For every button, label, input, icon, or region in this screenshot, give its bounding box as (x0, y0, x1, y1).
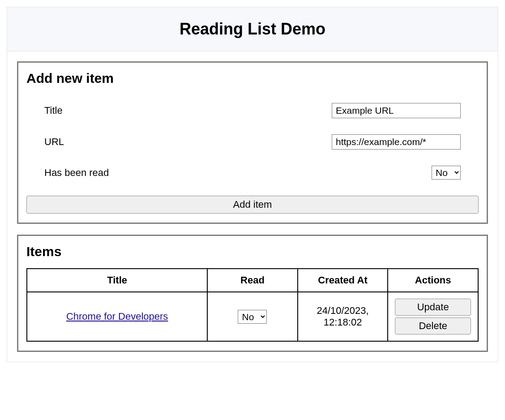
read-select[interactable]: NoYes (432, 166, 461, 180)
cell-title: Chrome for Developers (27, 292, 207, 341)
title-input[interactable] (332, 103, 461, 118)
cell-actions: Update Delete (388, 292, 478, 341)
col-header-title: Title (27, 269, 207, 292)
col-header-actions: Actions (388, 269, 478, 292)
add-item-heading: Add new item (26, 71, 479, 86)
app-header: Reading List Demo (7, 7, 498, 51)
row-read-select[interactable]: NoYes (238, 310, 267, 324)
cell-created: 24/10/2023, 12:18:02 (298, 292, 388, 341)
app-container: Reading List Demo Add new item Title URL… (7, 7, 498, 362)
content: Add new item Title URL Has been read NoY… (7, 51, 498, 362)
col-header-created: Created At (298, 269, 388, 292)
update-button[interactable]: Update (395, 299, 471, 316)
cell-read: NoYes (207, 292, 298, 341)
title-row: Title (26, 95, 479, 126)
url-row: URL (26, 126, 479, 158)
url-input[interactable] (332, 134, 461, 150)
page-title: Reading List Demo (16, 20, 489, 39)
items-heading: Items (26, 244, 479, 259)
title-label: Title (44, 105, 63, 116)
read-row: Has been read NoYes (26, 158, 479, 188)
table-row: Chrome for Developers NoYes 24/10/2023, … (27, 292, 478, 341)
col-header-read: Read (207, 269, 298, 292)
items-panel: Items Title Read Created At Actions Chro… (17, 235, 488, 352)
add-item-panel: Add new item Title URL Has been read NoY… (17, 61, 488, 224)
items-table: Title Read Created At Actions Chrome for… (26, 268, 479, 342)
read-label: Has been read (44, 167, 109, 179)
delete-button[interactable]: Delete (395, 317, 471, 334)
add-item-button[interactable]: Add item (26, 196, 479, 214)
item-title-link[interactable]: Chrome for Developers (66, 311, 168, 322)
url-label: URL (44, 136, 64, 148)
